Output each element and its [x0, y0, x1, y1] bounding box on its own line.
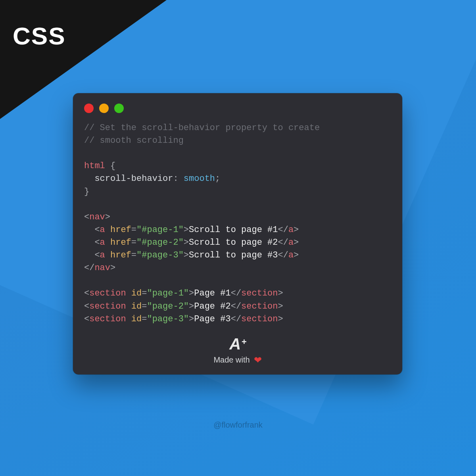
corner-badge — [0, 0, 167, 119]
heart-icon: ❤ — [254, 355, 262, 365]
logo-plus: + — [242, 337, 246, 347]
made-with-label: Made with — [213, 355, 250, 365]
css-value: smooth — [184, 174, 215, 184]
corner-label: CSS — [13, 22, 65, 50]
code-block: // Set the scroll-behavior property to c… — [84, 122, 391, 326]
css-selector: html — [84, 161, 105, 171]
code-comment: // smooth scrolling — [84, 136, 184, 146]
author-handle: @flowforfrank — [0, 420, 476, 430]
logo: A+ — [229, 335, 246, 353]
css-property: scroll-behavior — [94, 174, 173, 184]
code-comment: // Set the scroll-behavior property to c… — [84, 123, 320, 133]
window-footer: A+ Made with ❤ — [84, 335, 391, 365]
logo-letter: A — [229, 335, 240, 353]
code-window: // Set the scroll-behavior property to c… — [73, 93, 402, 374]
made-with: Made with ❤ — [84, 355, 391, 365]
canvas: CSS // Set the scroll-behavior property … — [0, 0, 476, 476]
